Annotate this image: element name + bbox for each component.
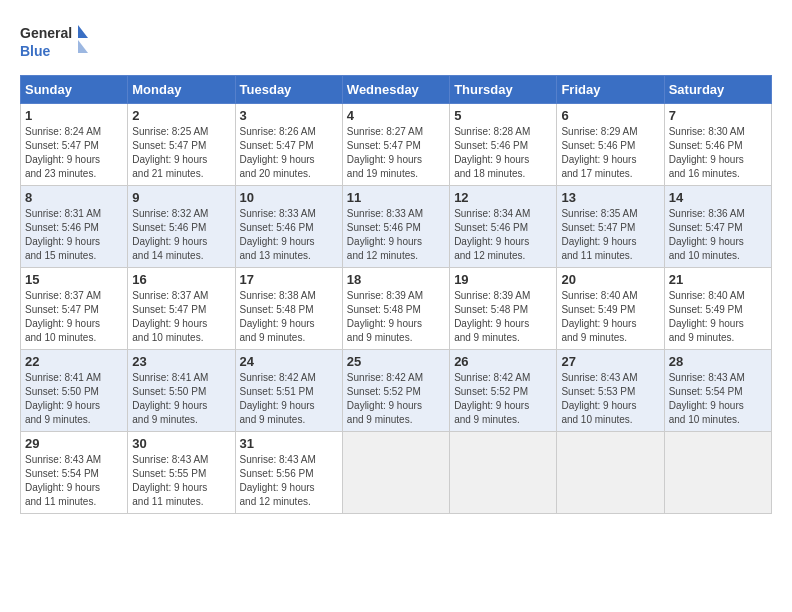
- calendar-cell: [450, 432, 557, 514]
- day-info: Sunrise: 8:39 AM Sunset: 5:48 PM Dayligh…: [347, 289, 445, 345]
- day-number: 20: [561, 272, 659, 287]
- day-info: Sunrise: 8:36 AM Sunset: 5:47 PM Dayligh…: [669, 207, 767, 263]
- calendar-cell: 3Sunrise: 8:26 AM Sunset: 5:47 PM Daylig…: [235, 104, 342, 186]
- header-tuesday: Tuesday: [235, 76, 342, 104]
- day-number: 9: [132, 190, 230, 205]
- calendar-cell: 16Sunrise: 8:37 AM Sunset: 5:47 PM Dayli…: [128, 268, 235, 350]
- calendar-cell: 6Sunrise: 8:29 AM Sunset: 5:46 PM Daylig…: [557, 104, 664, 186]
- calendar-cell: 22Sunrise: 8:41 AM Sunset: 5:50 PM Dayli…: [21, 350, 128, 432]
- day-info: Sunrise: 8:37 AM Sunset: 5:47 PM Dayligh…: [132, 289, 230, 345]
- day-number: 5: [454, 108, 552, 123]
- day-info: Sunrise: 8:38 AM Sunset: 5:48 PM Dayligh…: [240, 289, 338, 345]
- day-info: Sunrise: 8:41 AM Sunset: 5:50 PM Dayligh…: [25, 371, 123, 427]
- logo: General Blue: [20, 20, 90, 65]
- svg-text:General: General: [20, 25, 72, 41]
- header-thursday: Thursday: [450, 76, 557, 104]
- header-wednesday: Wednesday: [342, 76, 449, 104]
- calendar-week-1: 1Sunrise: 8:24 AM Sunset: 5:47 PM Daylig…: [21, 104, 772, 186]
- day-info: Sunrise: 8:27 AM Sunset: 5:47 PM Dayligh…: [347, 125, 445, 181]
- header-saturday: Saturday: [664, 76, 771, 104]
- calendar-week-4: 22Sunrise: 8:41 AM Sunset: 5:50 PM Dayli…: [21, 350, 772, 432]
- day-number: 6: [561, 108, 659, 123]
- calendar-table: SundayMondayTuesdayWednesdayThursdayFrid…: [20, 75, 772, 514]
- header-sunday: Sunday: [21, 76, 128, 104]
- svg-marker-2: [78, 25, 88, 38]
- calendar-week-2: 8Sunrise: 8:31 AM Sunset: 5:46 PM Daylig…: [21, 186, 772, 268]
- day-info: Sunrise: 8:32 AM Sunset: 5:46 PM Dayligh…: [132, 207, 230, 263]
- calendar-cell: 12Sunrise: 8:34 AM Sunset: 5:46 PM Dayli…: [450, 186, 557, 268]
- calendar-cell: 24Sunrise: 8:42 AM Sunset: 5:51 PM Dayli…: [235, 350, 342, 432]
- day-number: 18: [347, 272, 445, 287]
- day-info: Sunrise: 8:39 AM Sunset: 5:48 PM Dayligh…: [454, 289, 552, 345]
- calendar-cell: 5Sunrise: 8:28 AM Sunset: 5:46 PM Daylig…: [450, 104, 557, 186]
- day-number: 10: [240, 190, 338, 205]
- calendar-cell: 2Sunrise: 8:25 AM Sunset: 5:47 PM Daylig…: [128, 104, 235, 186]
- day-info: Sunrise: 8:42 AM Sunset: 5:52 PM Dayligh…: [347, 371, 445, 427]
- calendar-cell: 19Sunrise: 8:39 AM Sunset: 5:48 PM Dayli…: [450, 268, 557, 350]
- day-number: 3: [240, 108, 338, 123]
- day-number: 29: [25, 436, 123, 451]
- day-number: 14: [669, 190, 767, 205]
- calendar-cell: 1Sunrise: 8:24 AM Sunset: 5:47 PM Daylig…: [21, 104, 128, 186]
- day-number: 4: [347, 108, 445, 123]
- day-number: 11: [347, 190, 445, 205]
- calendar-cell: 10Sunrise: 8:33 AM Sunset: 5:46 PM Dayli…: [235, 186, 342, 268]
- svg-marker-3: [78, 40, 88, 53]
- day-number: 17: [240, 272, 338, 287]
- calendar-cell: 30Sunrise: 8:43 AM Sunset: 5:55 PM Dayli…: [128, 432, 235, 514]
- calendar-cell: [664, 432, 771, 514]
- day-number: 2: [132, 108, 230, 123]
- day-info: Sunrise: 8:37 AM Sunset: 5:47 PM Dayligh…: [25, 289, 123, 345]
- day-info: Sunrise: 8:43 AM Sunset: 5:54 PM Dayligh…: [25, 453, 123, 509]
- day-number: 19: [454, 272, 552, 287]
- day-info: Sunrise: 8:43 AM Sunset: 5:55 PM Dayligh…: [132, 453, 230, 509]
- day-number: 1: [25, 108, 123, 123]
- day-number: 25: [347, 354, 445, 369]
- day-number: 12: [454, 190, 552, 205]
- day-info: Sunrise: 8:43 AM Sunset: 5:54 PM Dayligh…: [669, 371, 767, 427]
- logo-svg: General Blue: [20, 20, 90, 65]
- day-info: Sunrise: 8:33 AM Sunset: 5:46 PM Dayligh…: [240, 207, 338, 263]
- calendar-cell: 15Sunrise: 8:37 AM Sunset: 5:47 PM Dayli…: [21, 268, 128, 350]
- day-info: Sunrise: 8:34 AM Sunset: 5:46 PM Dayligh…: [454, 207, 552, 263]
- calendar-cell: 27Sunrise: 8:43 AM Sunset: 5:53 PM Dayli…: [557, 350, 664, 432]
- day-info: Sunrise: 8:42 AM Sunset: 5:51 PM Dayligh…: [240, 371, 338, 427]
- calendar-cell: 4Sunrise: 8:27 AM Sunset: 5:47 PM Daylig…: [342, 104, 449, 186]
- calendar-cell: 13Sunrise: 8:35 AM Sunset: 5:47 PM Dayli…: [557, 186, 664, 268]
- calendar-cell: 23Sunrise: 8:41 AM Sunset: 5:50 PM Dayli…: [128, 350, 235, 432]
- calendar-cell: 9Sunrise: 8:32 AM Sunset: 5:46 PM Daylig…: [128, 186, 235, 268]
- calendar-cell: 17Sunrise: 8:38 AM Sunset: 5:48 PM Dayli…: [235, 268, 342, 350]
- header-friday: Friday: [557, 76, 664, 104]
- day-number: 28: [669, 354, 767, 369]
- page-header: General Blue: [20, 20, 772, 65]
- day-number: 7: [669, 108, 767, 123]
- day-number: 15: [25, 272, 123, 287]
- calendar-cell: [557, 432, 664, 514]
- calendar-cell: 31Sunrise: 8:43 AM Sunset: 5:56 PM Dayli…: [235, 432, 342, 514]
- calendar-cell: [342, 432, 449, 514]
- calendar-body: 1Sunrise: 8:24 AM Sunset: 5:47 PM Daylig…: [21, 104, 772, 514]
- calendar-cell: 25Sunrise: 8:42 AM Sunset: 5:52 PM Dayli…: [342, 350, 449, 432]
- day-number: 23: [132, 354, 230, 369]
- day-info: Sunrise: 8:26 AM Sunset: 5:47 PM Dayligh…: [240, 125, 338, 181]
- day-info: Sunrise: 8:31 AM Sunset: 5:46 PM Dayligh…: [25, 207, 123, 263]
- day-number: 21: [669, 272, 767, 287]
- day-number: 27: [561, 354, 659, 369]
- day-info: Sunrise: 8:43 AM Sunset: 5:56 PM Dayligh…: [240, 453, 338, 509]
- calendar-cell: 29Sunrise: 8:43 AM Sunset: 5:54 PM Dayli…: [21, 432, 128, 514]
- calendar-cell: 18Sunrise: 8:39 AM Sunset: 5:48 PM Dayli…: [342, 268, 449, 350]
- day-number: 8: [25, 190, 123, 205]
- calendar-header-row: SundayMondayTuesdayWednesdayThursdayFrid…: [21, 76, 772, 104]
- day-info: Sunrise: 8:25 AM Sunset: 5:47 PM Dayligh…: [132, 125, 230, 181]
- calendar-cell: 20Sunrise: 8:40 AM Sunset: 5:49 PM Dayli…: [557, 268, 664, 350]
- day-number: 26: [454, 354, 552, 369]
- day-number: 22: [25, 354, 123, 369]
- day-info: Sunrise: 8:24 AM Sunset: 5:47 PM Dayligh…: [25, 125, 123, 181]
- day-number: 30: [132, 436, 230, 451]
- calendar-cell: 28Sunrise: 8:43 AM Sunset: 5:54 PM Dayli…: [664, 350, 771, 432]
- calendar-week-3: 15Sunrise: 8:37 AM Sunset: 5:47 PM Dayli…: [21, 268, 772, 350]
- day-number: 13: [561, 190, 659, 205]
- day-info: Sunrise: 8:29 AM Sunset: 5:46 PM Dayligh…: [561, 125, 659, 181]
- day-info: Sunrise: 8:41 AM Sunset: 5:50 PM Dayligh…: [132, 371, 230, 427]
- day-info: Sunrise: 8:35 AM Sunset: 5:47 PM Dayligh…: [561, 207, 659, 263]
